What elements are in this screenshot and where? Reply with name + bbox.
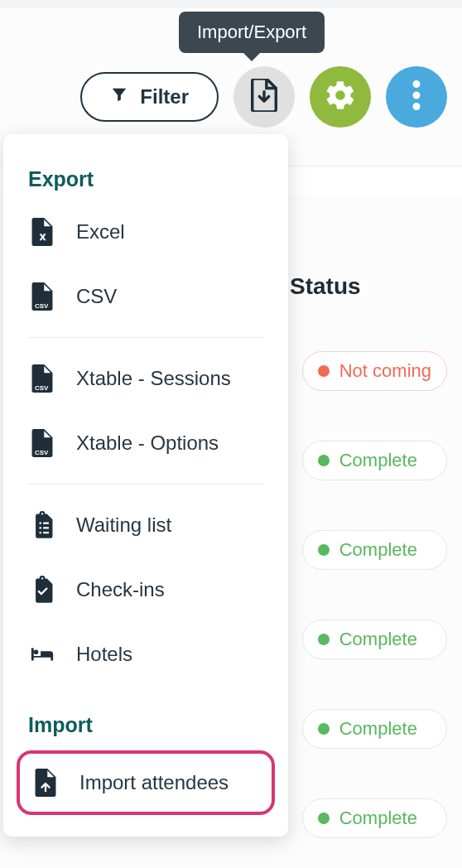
top-strip <box>0 0 462 8</box>
gear-icon <box>324 79 357 115</box>
dd-item-label: Waiting list <box>76 514 171 537</box>
status-badge-label: Complete <box>339 718 417 740</box>
more-vertical-icon <box>412 80 421 113</box>
file-csv-icon: CSV <box>28 429 56 457</box>
dropdown-divider <box>28 337 263 338</box>
status-badge[interactable]: Not coming <box>302 351 447 391</box>
settings-button[interactable] <box>310 66 371 128</box>
status-dot-icon <box>318 455 330 466</box>
svg-point-1 <box>413 92 421 99</box>
more-button[interactable] <box>386 66 447 128</box>
status-badge[interactable]: Complete <box>302 620 447 659</box>
export-section-title: Export <box>3 157 288 200</box>
export-xtable-options-item[interactable]: CSV Xtable - Options <box>3 411 288 475</box>
export-checkins-item[interactable]: Check-ins <box>3 557 288 622</box>
clipboard-check-icon <box>28 576 56 604</box>
svg-point-0 <box>413 80 421 88</box>
svg-text:CSV: CSV <box>35 384 49 392</box>
dropdown-divider <box>28 484 263 485</box>
status-badge[interactable]: Complete <box>302 530 447 570</box>
status-badge-label: Complete <box>339 808 417 829</box>
svg-text:CSV: CSV <box>35 449 49 456</box>
file-csv-icon: CSV <box>28 364 56 393</box>
status-badge-label: Complete <box>339 629 417 650</box>
import-attendees-item[interactable]: Import attendees <box>17 750 275 815</box>
dd-item-label: Xtable - Sessions <box>76 367 231 390</box>
bed-icon <box>28 640 56 668</box>
status-badge-label: Complete <box>339 539 417 561</box>
dd-item-label: Excel <box>76 220 125 244</box>
dd-item-label: Check-ins <box>76 578 165 601</box>
svg-text:CSV: CSV <box>35 302 49 310</box>
clipboard-list-icon <box>28 511 56 539</box>
status-dot-icon <box>318 813 330 824</box>
dd-item-label: Xtable - Options <box>76 432 219 455</box>
status-dot-icon <box>318 365 330 377</box>
status-badge-label: Not coming <box>339 360 431 382</box>
dd-item-label: Hotels <box>76 643 132 666</box>
status-badge[interactable]: Complete <box>302 709 447 749</box>
import-export-tooltip: Import/Export <box>179 12 325 61</box>
dd-item-label: CSV <box>76 285 117 308</box>
status-badge[interactable]: Complete <box>302 798 447 838</box>
status-dot-icon <box>318 723 330 735</box>
file-csv-icon: CSV <box>28 282 56 311</box>
status-dot-icon <box>318 634 330 645</box>
import-export-button[interactable] <box>233 66 295 128</box>
export-csv-item[interactable]: CSV CSV <box>3 264 288 329</box>
import-section-title: Import <box>3 703 288 745</box>
export-xtable-sessions-item[interactable]: CSV Xtable - Sessions <box>3 346 288 411</box>
status-column-header: Status <box>290 273 361 300</box>
filter-button-label: Filter <box>140 85 189 108</box>
export-hotels-item[interactable]: Hotels <box>3 622 288 687</box>
status-badge[interactable]: Complete <box>302 441 447 480</box>
file-download-icon <box>249 79 279 115</box>
tooltip-arrow <box>243 53 260 61</box>
dd-item-label: Import attendees <box>79 771 229 794</box>
export-waiting-list-item[interactable]: Waiting list <box>3 493 288 557</box>
import-export-dropdown: Export Excel CSV CSV CSV Xtable - Sessio… <box>3 134 288 837</box>
file-excel-icon <box>28 218 56 246</box>
status-rows: Not coming Complete Complete Complete Co… <box>302 351 447 868</box>
file-upload-icon <box>31 769 60 797</box>
status-dot-icon <box>318 544 330 556</box>
toolbar: Filter <box>80 66 447 128</box>
filter-button[interactable]: Filter <box>80 72 219 122</box>
status-badge-label: Complete <box>339 450 417 471</box>
tooltip-label: Import/Export <box>179 12 325 53</box>
svg-point-2 <box>413 103 421 110</box>
export-excel-item[interactable]: Excel <box>3 200 288 264</box>
funnel-icon <box>110 85 128 108</box>
